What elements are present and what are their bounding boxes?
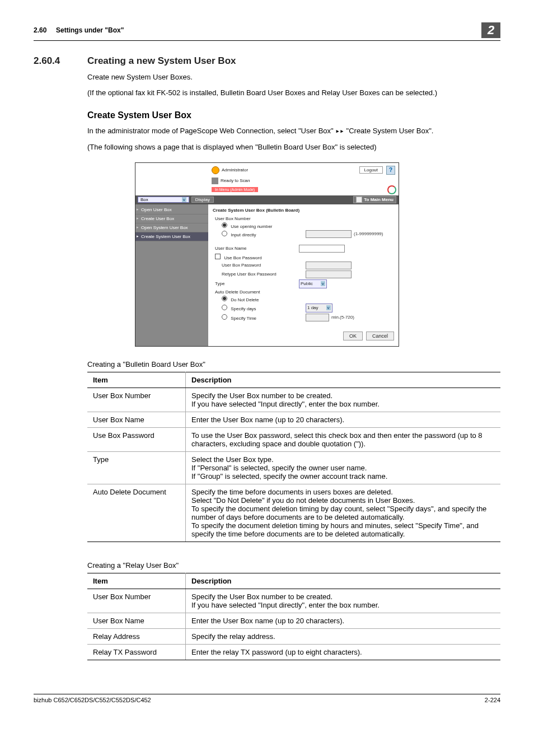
label-user-box-password: User Box Password: [213, 263, 306, 268]
input-retype-password[interactable]: [306, 270, 352, 278]
label-specify-days: Specify days: [231, 306, 256, 311]
cell-item: Relay TX Password: [87, 644, 186, 660]
sidebar-item-create-system-user-box[interactable]: Create System User Box: [135, 232, 208, 241]
chapter-number-box: 2: [481, 22, 500, 38]
form-title: Create System User Box (Bulletin Board): [213, 208, 394, 213]
sub-p1-a: In the administrator mode of PageScope W…: [87, 127, 335, 135]
table-row: User Box NumberSpecify the User Box numb…: [87, 589, 500, 613]
checkbox-use-box-password[interactable]: [215, 254, 221, 259]
select-specify-days[interactable]: 1 day v: [306, 304, 332, 312]
cell-desc: To use the User Box password, select thi…: [186, 427, 501, 451]
label-specify-time: Specify Time: [231, 316, 256, 321]
chevron-down-icon: v: [182, 197, 186, 202]
label-input-directly: Input directly: [231, 232, 256, 237]
display-button[interactable]: Display: [191, 197, 214, 203]
cancel-button[interactable]: Cancel: [366, 332, 394, 340]
cell-desc: Specify the User Box number to be create…: [186, 388, 501, 412]
input-box-number[interactable]: [306, 230, 352, 238]
sub-paragraph-2: (The following shows a page that is disp…: [87, 142, 500, 152]
cell-desc: Enter the User Box name (up to 20 charac…: [186, 412, 501, 427]
footer-page: 2-224: [485, 697, 500, 703]
intro-text-2: (If the optional fax kit FK-502 is insta…: [87, 88, 500, 98]
label-auto-delete: Auto Delete Document: [213, 290, 299, 295]
radio-specify-time[interactable]: [222, 314, 227, 320]
cell-item: User Box Name: [87, 613, 186, 628]
select-type[interactable]: Public v: [299, 279, 327, 288]
select-type-value: Public: [301, 281, 313, 286]
cell-item: User Box Name: [87, 412, 186, 427]
table1-caption: Creating a "Bulletin Board User Box": [87, 360, 500, 368]
section-heading: 2.60.4 Creating a new System User Box: [34, 55, 500, 67]
label-type: Type: [213, 281, 299, 286]
cell-desc: Specify the time before documents in use…: [186, 484, 501, 542]
ok-button[interactable]: OK: [343, 332, 363, 340]
embedded-screenshot: Administrator Logout ? Ready to Scan In …: [135, 162, 399, 347]
table-row: Auto Delete DocumentSpecify the time bef…: [87, 484, 500, 542]
cell-desc: Specify the User Box number to be create…: [186, 589, 501, 613]
cell-item: Use Box Password: [87, 427, 186, 451]
radio-input-directly[interactable]: [222, 231, 227, 236]
input-user-box-name[interactable]: [299, 245, 345, 253]
printer-icon: [212, 178, 218, 184]
category-select[interactable]: Box v: [138, 197, 189, 203]
chevron-down-icon: v: [326, 305, 331, 310]
cell-desc: Enter the relay TX password (up to eight…: [186, 644, 501, 660]
page-header: 2.60 Settings under "Box" 2: [34, 22, 500, 41]
cell-desc: Select the User Box type.If "Personal" i…: [186, 451, 501, 484]
cell-desc: Enter the User Box name (up to 20 charac…: [186, 613, 501, 628]
help-icon[interactable]: ?: [386, 166, 395, 175]
table-row: User Box NumberSpecify the User Box numb…: [87, 388, 500, 412]
table-row: Use Box PasswordTo use the User Box pass…: [87, 427, 500, 451]
radio-do-not-delete[interactable]: [222, 296, 227, 301]
header-section: 2.60 Settings under "Box": [34, 26, 124, 34]
radio-use-opening-number[interactable]: [222, 222, 227, 228]
main-menu-label: To Main Menu: [364, 197, 394, 202]
cell-desc: Specify the relay address.: [186, 628, 501, 644]
range-hint: (1-999999999): [354, 231, 383, 236]
category-select-value: Box: [140, 197, 148, 202]
page-footer: bizhub C652/C652DS/C552/C552DS/C452 2-22…: [34, 694, 500, 703]
intro-text-1: Create new System User Boxes.: [87, 72, 500, 82]
sidebar: Open User Box Create User Box Open Syste…: [135, 204, 208, 346]
table-row: Relay TX PasswordEnter the relay TX pass…: [87, 644, 500, 660]
radio-specify-days[interactable]: [222, 305, 227, 310]
footer-model: bizhub C652/C652DS/C552/C552DS/C452: [34, 697, 151, 703]
table-row: Relay AddressSpecify the relay address.: [87, 628, 500, 644]
label-use-opening-number: Use opening number: [231, 224, 272, 229]
to-main-menu-button[interactable]: To Main Menu: [353, 196, 396, 203]
range-specify-time: min.(5-720): [331, 315, 354, 320]
cell-item: User Box Number: [87, 388, 186, 412]
table1-header-item: Item: [87, 372, 186, 388]
table-row: User Box NameEnter the User Box name (up…: [87, 412, 500, 427]
label-retype-password: Retype User Box Password: [213, 272, 306, 277]
logout-button[interactable]: Logout: [359, 166, 383, 174]
sidebar-item-open-system-user-box[interactable]: Open System User Box: [135, 223, 208, 232]
sub-heading: Create System User Box: [87, 110, 500, 120]
cell-item: Type: [87, 451, 186, 484]
sub-paragraph-1: In the administrator mode of PageScope W…: [87, 126, 500, 136]
section-number: 2.60.4: [34, 55, 87, 67]
cell-item: Relay Address: [87, 628, 186, 644]
refresh-icon[interactable]: [387, 185, 396, 194]
table2-header-desc: Description: [186, 573, 501, 589]
sidebar-item-open-user-box[interactable]: Open User Box: [135, 206, 208, 214]
table1-header-desc: Description: [186, 372, 501, 388]
status-text: Ready to Scan: [221, 178, 250, 183]
table2-header-item: Item: [87, 573, 186, 589]
cell-item: User Box Number: [87, 589, 186, 613]
chevron-down-icon: v: [321, 281, 325, 286]
sidebar-item-create-user-box[interactable]: Create User Box: [135, 214, 208, 223]
sub-p1-b: "Create System User Box".: [346, 127, 434, 135]
main-menu-icon: [356, 197, 362, 203]
admin-label: Administrator: [222, 167, 248, 172]
label-do-not-delete: Do Not Delete: [231, 297, 259, 302]
table-bulletin-board: Item Description User Box NumberSpecify …: [87, 372, 500, 542]
double-arrow-icon: ▸▸: [335, 127, 344, 135]
table2-caption: Creating a "Relay User Box": [87, 561, 500, 570]
label-user-box-number: User Box Number: [213, 216, 299, 221]
header-section-title: Settings under "Box": [56, 26, 124, 34]
input-user-box-password[interactable]: [306, 262, 352, 269]
header-section-num: 2.60: [34, 26, 46, 34]
select-specify-days-value: 1 day: [307, 305, 318, 310]
input-specify-time[interactable]: [306, 314, 329, 321]
